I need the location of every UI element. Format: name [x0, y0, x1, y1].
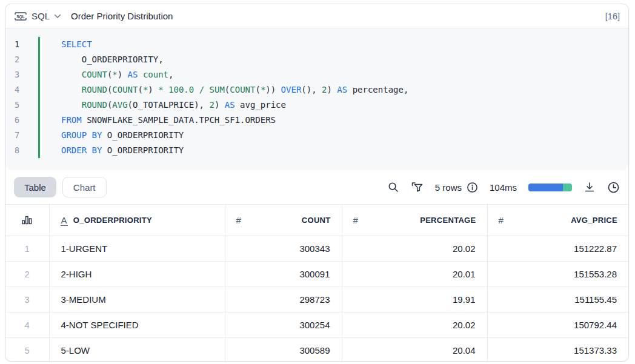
line-number: 3: [5, 67, 38, 82]
table-cell[interactable]: 4-NOT SPECIFIED: [49, 313, 225, 338]
execution-count: [16]: [605, 12, 620, 21]
code-line[interactable]: SELECT: [61, 37, 628, 52]
cell-title[interactable]: Order Priority Distribution: [71, 11, 173, 21]
row-number-cell[interactable]: 2: [5, 262, 49, 287]
column-header-rownum[interactable]: [5, 205, 49, 236]
line-number: 8: [5, 143, 38, 158]
column-header-o_orderpriority[interactable]: AO_ORDERPRIORITY: [49, 205, 225, 236]
sql-editor[interactable]: 12345678 SELECT O_ORDERPRIORITY, COUNT(*…: [5, 28, 628, 170]
table-row: 55-LOW30058920.04151373.33: [5, 338, 628, 362]
table-cell[interactable]: 1-URGENT: [49, 236, 225, 262]
editor-gutter: 12345678: [5, 37, 38, 158]
table-cell[interactable]: 300343: [225, 236, 342, 262]
table-cell[interactable]: 20.01: [342, 262, 487, 287]
progress-blue-segment: [528, 184, 563, 191]
table-row: 33-MEDIUM29872319.91151155.45: [5, 287, 628, 313]
table-cell[interactable]: 20.04: [342, 338, 487, 362]
cell-type-selector[interactable]: SQL SQL: [14, 11, 61, 21]
tab-chart[interactable]: Chart: [62, 177, 107, 197]
sql-cell-card: SQL SQL Order Priority Distribution [16]…: [5, 4, 629, 362]
elapsed-time: 104ms: [490, 182, 517, 193]
download-icon[interactable]: [583, 181, 596, 193]
chevron-down-icon: [54, 14, 61, 19]
filter-icon[interactable]: [411, 181, 424, 193]
column-header-avg_price[interactable]: #AVG_PRICE: [487, 205, 628, 236]
table-cell[interactable]: 150792.44: [487, 313, 628, 338]
column-header-percentage[interactable]: #PERCENTAGE: [342, 205, 487, 236]
number-type-icon: #: [353, 215, 359, 225]
cell-type-label: SQL: [32, 11, 50, 21]
table-cell[interactable]: 151373.33: [487, 338, 628, 362]
code-line[interactable]: O_ORDERPRIORITY,: [61, 52, 628, 67]
code-line[interactable]: ORDER BY O_ORDERPRIORITY: [61, 143, 628, 158]
text-type-icon: A: [61, 216, 68, 225]
number-type-icon: #: [236, 215, 242, 225]
code-line[interactable]: ROUND(COUNT(*) * 100.0 / SUM(COUNT(*)) O…: [61, 82, 628, 98]
table-row: 44-NOT SPECIFIED30025420.02150792.44: [5, 313, 628, 338]
table-cell[interactable]: 2-HIGH: [49, 262, 225, 287]
results-table-header: AO_ORDERPRIORITY#COUNT#PERCENTAGE#AVG_PR…: [5, 205, 628, 236]
svg-text:SQL: SQL: [16, 14, 25, 19]
table-row: 22-HIGH30009120.01151553.28: [5, 262, 628, 287]
table-row: 11-URGENT30034320.02151222.87: [5, 236, 628, 262]
table-cell[interactable]: 300589: [225, 338, 342, 362]
table-cell[interactable]: 20.02: [342, 236, 487, 262]
table-cell[interactable]: 151155.45: [487, 287, 628, 313]
sql-cell-icon: SQL: [14, 12, 27, 21]
cell-title-bar: SQL SQL Order Priority Distribution [16]: [5, 4, 628, 28]
column-label: AVG_PRICE: [571, 216, 617, 225]
table-cell[interactable]: 151553.28: [487, 262, 628, 287]
row-count: 5 rows: [435, 182, 462, 193]
code-line[interactable]: GROUP BY O_ORDERPRIORITY: [61, 128, 628, 143]
editor-code[interactable]: SELECT O_ORDERPRIORITY, COUNT(*) AS coun…: [38, 37, 628, 158]
search-icon[interactable]: [387, 181, 399, 193]
table-cell[interactable]: 151222.87: [487, 236, 628, 262]
row-number-cell[interactable]: 3: [5, 287, 49, 313]
line-number: 2: [5, 52, 38, 67]
line-number: 7: [5, 128, 38, 143]
info-icon[interactable]: [467, 182, 478, 193]
line-number: 5: [5, 98, 38, 113]
table-cell[interactable]: 3-MEDIUM: [49, 287, 225, 313]
code-line[interactable]: ROUND(AVG(O_TOTALPRICE), 2) AS avg_price: [61, 98, 628, 113]
progress-green-segment: [563, 184, 572, 191]
column-header-count[interactable]: #COUNT: [225, 205, 342, 236]
number-type-icon: #: [499, 215, 504, 225]
table-cell[interactable]: 5-LOW: [49, 338, 225, 362]
line-number: 4: [5, 82, 38, 98]
code-line[interactable]: FROM SNOWFLAKE_SAMPLE_DATA.TPCH_SF1.ORDE…: [61, 113, 628, 128]
row-number-cell[interactable]: 5: [5, 338, 49, 362]
table-cell[interactable]: 300254: [225, 313, 342, 338]
column-label: PERCENTAGE: [420, 216, 476, 225]
query-progress-bar: [528, 184, 572, 191]
row-number-cell[interactable]: 1: [5, 236, 49, 262]
code-line[interactable]: COUNT(*) AS count,: [61, 67, 628, 82]
row-number-cell[interactable]: 4: [5, 313, 49, 338]
table-cell[interactable]: 20.02: [342, 313, 487, 338]
tab-table[interactable]: Table: [14, 177, 56, 197]
results-toolbar: Table Chart 5 rows: [5, 170, 628, 204]
line-number: 1: [5, 37, 38, 52]
table-cell[interactable]: 19.91: [342, 287, 487, 313]
table-cell[interactable]: 300091: [225, 262, 342, 287]
column-label: O_ORDERPRIORITY: [73, 216, 152, 225]
results-table: AO_ORDERPRIORITY#COUNT#PERCENTAGE#AVG_PR…: [5, 204, 628, 362]
table-cell[interactable]: 298723: [225, 287, 342, 313]
column-label: COUNT: [302, 216, 331, 225]
bar-chart-icon: [22, 216, 32, 225]
history-clock-icon[interactable]: [607, 181, 620, 194]
line-number: 6: [5, 113, 38, 128]
